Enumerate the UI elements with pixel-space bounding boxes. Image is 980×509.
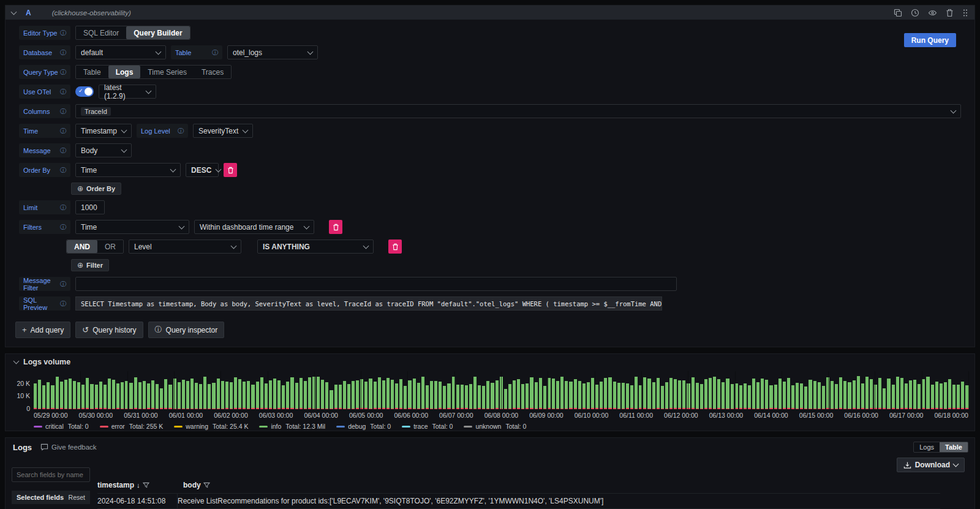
volume-bar[interactable]	[343, 381, 346, 409]
volume-bar[interactable]	[195, 383, 198, 409]
info-icon[interactable]	[60, 48, 66, 57]
remove-order-by-button[interactable]	[224, 163, 237, 177]
info-icon[interactable]	[60, 203, 66, 212]
search-fields-input[interactable]	[12, 467, 90, 482]
volume-bar[interactable]	[913, 380, 916, 409]
volume-bar[interactable]	[108, 379, 111, 409]
editor-type-option-sql-editor[interactable]: SQL Editor	[76, 26, 126, 39]
volume-bar[interactable]	[944, 382, 947, 409]
volume-bar[interactable]	[722, 382, 725, 409]
volume-bar[interactable]	[156, 384, 159, 409]
volume-bar[interactable]	[630, 385, 633, 409]
legend-item-critical[interactable]: criticalTotal: 0	[34, 423, 89, 430]
volume-bar[interactable]	[300, 378, 303, 409]
volume-bar[interactable]	[95, 385, 98, 409]
volume-bar[interactable]	[129, 383, 132, 409]
volume-bar[interactable]	[269, 380, 272, 409]
volume-bar[interactable]	[582, 383, 586, 409]
volume-bar[interactable]	[848, 382, 851, 409]
collapse-chevron-icon[interactable]	[13, 358, 20, 364]
info-icon[interactable]	[60, 88, 66, 96]
volume-bar[interactable]	[692, 377, 695, 409]
volume-bar[interactable]	[731, 384, 734, 409]
volume-bar[interactable]	[500, 377, 503, 409]
volume-bar[interactable]	[399, 379, 402, 409]
volume-bar[interactable]	[51, 385, 54, 409]
info-icon[interactable]	[60, 29, 66, 37]
volume-bar[interactable]	[478, 385, 481, 409]
volume-bar[interactable]	[38, 380, 41, 409]
info-icon[interactable]	[60, 223, 66, 232]
volume-bar[interactable]	[696, 383, 699, 409]
volume-bar[interactable]	[552, 379, 555, 409]
volume-bar[interactable]	[957, 385, 960, 409]
volume-bar[interactable]	[556, 381, 559, 409]
remove-filter-button[interactable]	[329, 220, 342, 234]
volume-bar[interactable]	[669, 378, 673, 409]
volume-bar[interactable]	[417, 383, 420, 409]
volume-bar[interactable]	[700, 384, 703, 409]
view-toggle-logs[interactable]: Logs	[914, 442, 940, 452]
volume-bar[interactable]	[843, 381, 846, 409]
volume-bar[interactable]	[469, 384, 472, 409]
volume-bar[interactable]	[434, 381, 437, 409]
volume-bar[interactable]	[295, 383, 298, 409]
volume-bar[interactable]	[413, 379, 416, 409]
info-icon[interactable]	[60, 280, 66, 288]
volume-bar[interactable]	[918, 384, 921, 409]
volume-bar[interactable]	[560, 377, 564, 409]
volume-bar[interactable]	[247, 381, 250, 409]
volume-bar[interactable]	[212, 383, 215, 409]
volume-bar[interactable]	[787, 378, 790, 409]
volume-bar[interactable]	[870, 379, 873, 409]
volume-bar[interactable]	[382, 380, 385, 409]
volume-bar[interactable]	[922, 379, 925, 409]
volume-bar[interactable]	[896, 377, 899, 409]
volume-bar[interactable]	[935, 382, 938, 409]
volume-bar[interactable]	[961, 382, 964, 409]
volume-bar[interactable]	[791, 385, 794, 409]
volume-bar[interactable]	[443, 386, 446, 409]
volume-bar[interactable]	[517, 379, 520, 409]
volume-bar[interactable]	[765, 380, 768, 409]
volume-bar[interactable]	[604, 378, 607, 409]
volume-bar[interactable]	[221, 381, 224, 409]
volume-bar[interactable]	[439, 382, 442, 409]
volume-bar[interactable]	[853, 380, 856, 409]
volume-bar[interactable]	[778, 379, 782, 409]
volume-bar[interactable]	[482, 386, 485, 409]
volume-bar[interactable]	[909, 380, 912, 409]
volume-bar[interactable]	[661, 386, 664, 409]
table-row[interactable]: 2024-06-18 14:51:08Receive ListRecommend…	[97, 493, 940, 508]
volume-bar[interactable]	[178, 382, 181, 409]
volume-bar[interactable]	[56, 377, 59, 409]
volume-bar[interactable]	[73, 381, 76, 409]
volume-bar[interactable]	[321, 380, 324, 409]
sort-desc-icon[interactable]	[137, 481, 140, 489]
volume-bar[interactable]	[225, 382, 228, 409]
volume-bar[interactable]	[312, 377, 315, 409]
volume-bar[interactable]	[404, 386, 407, 409]
volume-bar[interactable]	[735, 383, 738, 409]
plot-area[interactable]	[34, 371, 968, 409]
volume-bar[interactable]	[530, 377, 533, 409]
volume-bar[interactable]	[369, 379, 372, 409]
editor-type-option-query-builder[interactable]: Query Builder	[126, 26, 189, 39]
volume-bar[interactable]	[447, 383, 450, 409]
volume-bar[interactable]	[752, 379, 755, 409]
volume-bar[interactable]	[317, 377, 320, 409]
volume-bar[interactable]	[548, 378, 551, 409]
volume-bar[interactable]	[208, 384, 211, 409]
info-icon[interactable]	[178, 127, 184, 135]
volume-bar[interactable]	[339, 385, 342, 409]
volume-bar[interactable]	[800, 383, 803, 409]
legend-item-error[interactable]: errorTotal: 255 K	[100, 423, 164, 430]
volume-bar[interactable]	[90, 384, 93, 409]
volume-bar[interactable]	[635, 377, 638, 409]
add-order-by-button[interactable]: Order By	[71, 183, 121, 195]
volume-bar[interactable]	[243, 382, 246, 409]
volume-bar[interactable]	[42, 385, 45, 409]
filter-operator-select[interactable]: Within dashboard time range	[194, 220, 314, 234]
volume-bar[interactable]	[657, 378, 660, 409]
query-inspector-button[interactable]: Query inspector	[148, 322, 225, 338]
